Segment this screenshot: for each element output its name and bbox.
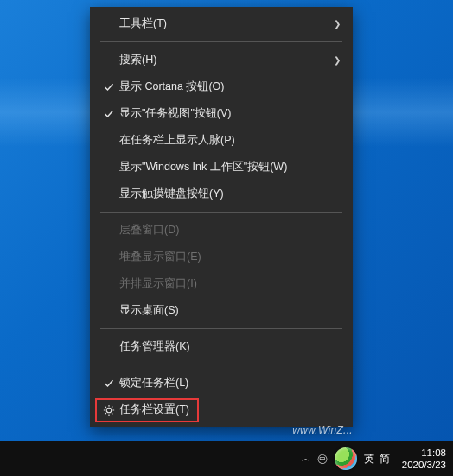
menu-taskbar-settings[interactable]: 任务栏设置(T) xyxy=(90,397,353,423)
start-orb-icon[interactable] xyxy=(335,447,357,470)
clock-date: 2020/3/23 xyxy=(402,459,446,471)
menu-stacked-windows: 堆叠显示窗口(E) xyxy=(90,244,353,270)
svg-point-0 xyxy=(106,408,112,413)
menu-taskbar-settings-label: 任务栏设置(T) xyxy=(119,403,341,417)
menu-sidebyside-label: 并排显示窗口(I) xyxy=(119,276,341,291)
menu-show-taskview-label: 显示"任务视图"按钮(V) xyxy=(119,106,341,121)
menu-sidebyside-windows: 并排显示窗口(I) xyxy=(90,270,353,297)
menu-separator xyxy=(100,365,342,365)
menu-task-manager-label: 任务管理器(K) xyxy=(119,340,341,354)
menu-lock-taskbar-label: 锁定任务栏(L) xyxy=(119,376,341,390)
ime-indicator[interactable]: 英 简 xyxy=(364,452,390,466)
desktop-wallpaper: 工具栏(T) ❯ 搜索(H) ❯ 显示 Cortana 按钮(O) 显示"任务视… xyxy=(0,0,453,441)
chevron-right-icon: ❯ xyxy=(330,19,341,29)
menu-search[interactable]: 搜索(H) ❯ xyxy=(90,47,353,73)
menu-show-desktop-label: 显示桌面(S) xyxy=(119,303,341,318)
menu-stacked-label: 堆叠显示窗口(E) xyxy=(119,250,341,264)
taskbar-context-menu: 工具栏(T) ❯ 搜索(H) ❯ 显示 Cortana 按钮(O) 显示"任务视… xyxy=(90,7,353,427)
menu-show-people[interactable]: 在任务栏上显示人脉(P) xyxy=(90,127,353,154)
watermark-text: www.WinZ... xyxy=(292,424,353,436)
menu-toolbars-label: 工具栏(T) xyxy=(119,16,330,31)
menu-show-taskview[interactable]: 显示"任务视图"按钮(V) xyxy=(90,100,353,127)
menu-show-windows-ink[interactable]: 显示"Windows Ink 工作区"按钮(W) xyxy=(90,154,353,181)
ime-mode-label: 英 xyxy=(364,452,374,466)
menu-task-manager[interactable]: 任务管理器(K) xyxy=(90,333,353,360)
check-icon xyxy=(99,82,119,92)
menu-show-touch-keyboard[interactable]: 显示触摸键盘按钮(Y) xyxy=(90,181,353,207)
menu-show-windows-ink-label: 显示"Windows Ink 工作区"按钮(W) xyxy=(119,160,341,175)
check-icon xyxy=(99,109,119,119)
gear-icon xyxy=(99,404,119,416)
taskbar-clock[interactable]: 11:08 2020/3/23 xyxy=(402,447,446,472)
menu-toolbars[interactable]: 工具栏(T) ❯ xyxy=(90,10,353,37)
chevron-right-icon: ❯ xyxy=(330,55,341,65)
system-tray: ︿ ㊥ 英 简 11:08 2020/3/23 xyxy=(302,447,446,472)
tray-overflow-chevron-icon[interactable]: ︿ xyxy=(302,453,310,465)
menu-separator xyxy=(100,212,342,213)
clock-time: 11:08 xyxy=(421,447,446,459)
menu-search-label: 搜索(H) xyxy=(119,53,330,67)
menu-cascade-label: 层叠窗口(D) xyxy=(119,223,341,238)
taskbar[interactable]: ︿ ㊥ 英 简 11:08 2020/3/23 xyxy=(0,441,453,476)
menu-show-desktop[interactable]: 显示桌面(S) xyxy=(90,297,353,324)
menu-lock-taskbar[interactable]: 锁定任务栏(L) xyxy=(90,370,353,397)
menu-show-cortana-label: 显示 Cortana 按钮(O) xyxy=(119,79,341,94)
menu-separator xyxy=(100,328,342,329)
menu-cascade-windows: 层叠窗口(D) xyxy=(90,217,353,244)
ime-full-label: 简 xyxy=(380,452,390,466)
menu-show-touch-keyboard-label: 显示触摸键盘按钮(Y) xyxy=(119,187,341,201)
menu-show-cortana[interactable]: 显示 Cortana 按钮(O) xyxy=(90,73,353,100)
menu-show-people-label: 在任务栏上显示人脉(P) xyxy=(119,133,341,148)
ime-status-icon[interactable]: ㊥ xyxy=(317,452,328,466)
check-icon xyxy=(99,378,119,389)
menu-separator xyxy=(100,41,342,42)
